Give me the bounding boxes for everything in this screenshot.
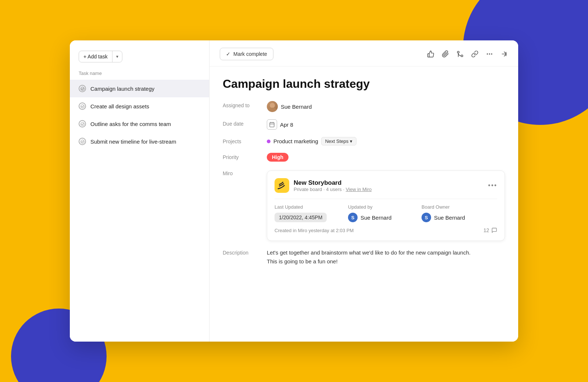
svg-rect-10 — [506, 52, 506, 56]
miro-view-link[interactable]: View in Miro — [346, 187, 372, 192]
miro-board-subtitle: Private board · 4 users · View in Miro — [294, 187, 372, 192]
svg-point-6 — [487, 53, 488, 54]
board-owner-avatar: S — [422, 213, 431, 222]
task-circle-2 — [79, 102, 86, 110]
task-circle-1 — [79, 85, 86, 92]
miro-row: Miro 彡 New Storyboard — [223, 169, 505, 241]
project-name: Product marketing — [273, 138, 318, 144]
task-label-2: Create all design assets — [90, 103, 149, 109]
priority-row: Priority High — [223, 153, 505, 162]
toolbar-icons — [427, 50, 508, 58]
add-task-label: + Add task — [79, 51, 112, 62]
calendar-icon — [267, 119, 277, 130]
miro-more-icon[interactable]: ••• — [488, 182, 497, 190]
task-circle-4 — [79, 138, 86, 145]
task-label-4: Submit new timeline for live-stream — [90, 138, 176, 145]
miro-comments[interactable]: 12 — [483, 227, 497, 233]
project-dot — [267, 140, 270, 143]
task-circle-3 — [79, 120, 86, 127]
add-task-button[interactable]: + Add task ▾ — [79, 51, 122, 62]
priority-badge[interactable]: High — [267, 153, 288, 162]
miro-board-name: New Storyboard — [294, 179, 372, 187]
miro-card-info: 彡 New Storyboard Private board · 4 users — [275, 178, 372, 193]
right-toolbar: ✓ Mark complete — [209, 40, 518, 66]
comment-icon — [491, 227, 497, 233]
ellipsis-icon[interactable] — [486, 50, 493, 58]
miro-separator-2: · — [343, 187, 345, 192]
due-date-row: Due date Apr 8 — [223, 119, 505, 130]
task-label-3: Outline asks for the comms team — [90, 121, 171, 127]
updated-by-label: Updated by — [348, 204, 422, 210]
stat-last-updated: Last Updated 1/20/2022, 4:45PM — [275, 204, 348, 222]
stat-board-owner: Board Owner S Sue Bernard — [422, 204, 495, 222]
miro-private-label: Private board — [294, 187, 322, 192]
due-date-label: Due date — [223, 119, 267, 127]
left-header: + Add task ▾ — [70, 40, 209, 68]
next-steps-label: Next Steps — [325, 138, 349, 144]
left-panel: + Add task ▾ Task name Campaign launch s… — [70, 40, 209, 342]
miro-divider — [275, 199, 497, 199]
paperclip-icon[interactable] — [442, 50, 449, 58]
chevron-down-icon: ▾ — [350, 138, 352, 144]
mark-complete-label: Mark complete — [233, 51, 267, 57]
miro-stats: Last Updated 1/20/2022, 4:45PM Updated b… — [275, 204, 497, 222]
thumbs-up-icon[interactable] — [427, 50, 434, 58]
miro-footer: Created in Miro yesterday at 2:03 PM 12 — [275, 227, 497, 233]
due-date-text: Apr 8 — [280, 122, 293, 128]
description-text: Let's get together and brainstorm what w… — [267, 248, 480, 266]
next-steps-tag[interactable]: Next Steps ▾ — [321, 137, 357, 145]
assignee-name: Sue Bernard — [281, 104, 312, 110]
svg-text:彡: 彡 — [277, 182, 285, 190]
checkmark-icon: ✓ — [226, 51, 230, 57]
comment-count: 12 — [483, 227, 489, 233]
svg-point-8 — [491, 53, 492, 54]
last-updated-value: 1/20/2022, 4:45PM — [275, 213, 327, 222]
due-date-value: Apr 8 — [267, 119, 293, 130]
task-label-1: Campaign launch strategy — [90, 86, 154, 92]
miro-card-container: 彡 New Storyboard Private board · 4 users — [267, 169, 505, 241]
chevron-down-icon[interactable]: ▾ — [112, 51, 122, 62]
task-item-4[interactable]: Submit new timeline for live-stream — [70, 133, 209, 150]
miro-users-label: 4 users — [326, 187, 342, 192]
task-list-header: Task name — [70, 68, 209, 80]
miro-card: 彡 New Storyboard Private board · 4 users — [267, 170, 505, 241]
updated-by-avatar: S — [348, 213, 358, 222]
description-label: Description — [223, 248, 267, 256]
right-panel: ✓ Mark complete — [209, 40, 518, 342]
miro-info-text: New Storyboard Private board · 4 users ·… — [294, 179, 372, 192]
miro-footer-text: Created in Miro yesterday at 2:03 PM — [275, 228, 354, 233]
updated-by-value: S Sue Bernard — [348, 213, 422, 222]
task-item-1[interactable]: Campaign launch strategy — [70, 80, 209, 97]
avatar — [267, 101, 278, 112]
board-owner-name: Sue Bernard — [434, 215, 465, 221]
last-updated-label: Last Updated — [275, 204, 348, 210]
assigned-to-label: Assigned to — [223, 101, 267, 108]
miro-card-top: 彡 New Storyboard Private board · 4 users — [275, 178, 497, 193]
svg-point-7 — [489, 53, 490, 54]
task-title: Campaign launch strategy — [223, 77, 505, 91]
stat-updated-by: Updated by S Sue Bernard — [348, 204, 422, 222]
branch-icon[interactable] — [456, 50, 464, 58]
app-window: + Add task ▾ Task name Campaign launch s… — [70, 40, 518, 342]
assigned-to-value: Sue Bernard — [267, 101, 312, 112]
miro-logo: 彡 — [275, 178, 289, 193]
updated-by-name: Sue Bernard — [361, 215, 391, 221]
description-row: Description Let's get together and brain… — [223, 248, 505, 266]
task-item-2[interactable]: Create all design assets — [70, 97, 209, 115]
projects-label: Projects — [223, 137, 267, 144]
miro-label: Miro — [223, 169, 267, 176]
priority-value: High — [267, 153, 288, 162]
priority-label: Priority — [223, 153, 267, 160]
board-owner-value: S Sue Bernard — [422, 213, 495, 222]
link-icon[interactable] — [471, 50, 478, 58]
task-detail: Campaign launch strategy Assigned to Sue… — [209, 66, 518, 284]
projects-row: Projects Product marketing Next Steps ▾ — [223, 137, 505, 145]
projects-value: Product marketing Next Steps ▾ — [267, 137, 356, 145]
arrow-right-icon[interactable] — [501, 50, 508, 58]
assigned-to-row: Assigned to Sue Bernard — [223, 101, 505, 112]
svg-rect-11 — [270, 123, 274, 127]
task-item-3[interactable]: Outline asks for the comms team — [70, 115, 209, 133]
mark-complete-button[interactable]: ✓ Mark complete — [220, 48, 273, 60]
board-owner-label: Board Owner — [422, 204, 495, 210]
